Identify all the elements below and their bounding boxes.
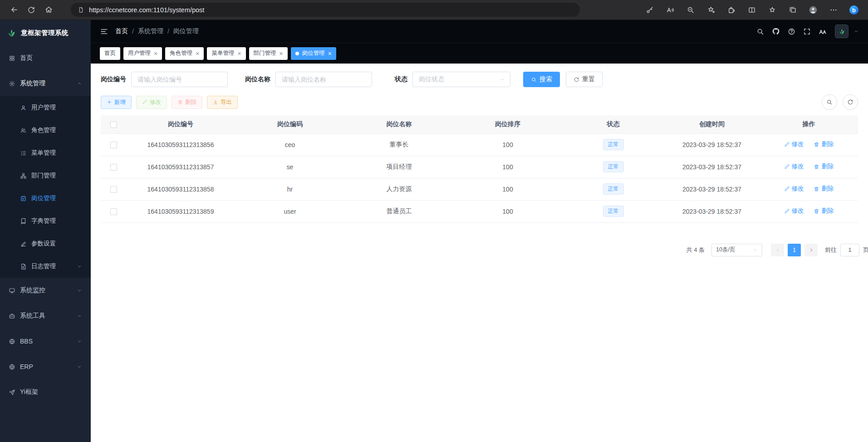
search-button[interactable]: 搜索: [523, 72, 560, 87]
filter-label: 状态: [395, 75, 407, 83]
breadcrumb-system[interactable]: 系统管理: [138, 27, 163, 35]
tab-role-management[interactable]: 角色管理 ×: [165, 47, 204, 60]
row-edit-button[interactable]: 修改: [784, 185, 804, 193]
refresh-table-button[interactable]: [843, 94, 858, 110]
address-bar[interactable]: https://ccnetcore.com:1101/system/post: [71, 3, 580, 17]
caret-down-icon[interactable]: [853, 29, 859, 34]
search-icon[interactable]: [756, 28, 764, 35]
read-aloud-icon[interactable]: [662, 3, 679, 17]
sidebar-item-param-settings[interactable]: 参数设置: [0, 232, 91, 255]
tab-home[interactable]: 首页: [100, 47, 120, 60]
row-delete-button[interactable]: 删除: [814, 140, 834, 148]
close-icon[interactable]: ×: [280, 50, 283, 57]
text-size-icon[interactable]: [819, 27, 827, 36]
row-checkbox[interactable]: [110, 142, 117, 148]
extensions-icon[interactable]: [723, 3, 740, 17]
row-delete-button[interactable]: 删除: [814, 162, 834, 171]
fullscreen-icon[interactable]: [803, 28, 811, 35]
reset-button[interactable]: 重置: [566, 72, 603, 87]
select-all-checkbox[interactable]: [110, 121, 117, 128]
edit-icon: [784, 208, 790, 214]
sidebar-item-yi-framework[interactable]: Yi框架: [0, 379, 91, 405]
sidebar-item-label: ERP: [20, 363, 33, 370]
favorites-add-icon[interactable]: [702, 3, 720, 17]
export-button[interactable]: 导出: [207, 96, 238, 109]
profile-avatar[interactable]: [804, 3, 822, 17]
row-checkbox[interactable]: [110, 164, 117, 171]
tab-dept-management[interactable]: 部门管理 ×: [249, 47, 288, 60]
favorites-bar-icon[interactable]: [764, 3, 781, 17]
close-icon[interactable]: ×: [154, 50, 157, 57]
edit-button[interactable]: 修改: [136, 96, 167, 109]
sidebar-item-home[interactable]: 首页: [0, 45, 91, 71]
tab-user-management[interactable]: 用户管理 ×: [123, 47, 162, 60]
sidebar-item-role-management[interactable]: 角色管理: [0, 119, 91, 142]
goto-page-input[interactable]: [840, 244, 859, 256]
bing-icon[interactable]: b: [845, 3, 863, 17]
status-select[interactable]: 岗位状态: [412, 72, 510, 87]
more-options-icon[interactable]: [825, 3, 842, 17]
pagination: 共 4 条 10条/页 1 前往 页: [101, 244, 868, 256]
cell-post-sort: 100: [453, 200, 562, 222]
sidebar-item-erp[interactable]: ERP: [0, 354, 91, 379]
post-name-input[interactable]: [275, 72, 372, 87]
dict-icon: [20, 218, 27, 225]
close-icon[interactable]: ×: [196, 50, 199, 57]
show-search-button[interactable]: [822, 94, 837, 110]
url-text: https://ccnetcore.com:1101/system/post: [89, 6, 204, 14]
row-edit-button[interactable]: 修改: [784, 162, 804, 171]
home-icon[interactable]: [40, 3, 57, 17]
row-delete-button[interactable]: 删除: [814, 207, 834, 215]
sidebar-item-label: 首页: [20, 54, 33, 62]
edit-icon: [784, 186, 790, 192]
globe-icon: [9, 338, 15, 345]
post-code-input[interactable]: [131, 72, 228, 87]
site-info-icon[interactable]: [78, 6, 84, 13]
close-icon[interactable]: ×: [237, 50, 241, 57]
back-icon[interactable]: [5, 3, 23, 17]
sidebar-item-dept-management[interactable]: 部门管理: [0, 164, 91, 187]
collections-icon[interactable]: [784, 3, 801, 17]
row-edit-button[interactable]: 修改: [784, 207, 804, 215]
zoom-icon[interactable]: [682, 3, 699, 17]
tree-icon: [20, 172, 27, 179]
row-checkbox[interactable]: [110, 186, 117, 193]
prev-page-button[interactable]: [771, 244, 784, 256]
tab-post-management[interactable]: 岗位管理 ×: [291, 47, 336, 60]
sidebar-item-user-management[interactable]: 用户管理: [0, 96, 91, 119]
user-avatar[interactable]: [835, 25, 848, 38]
sidebar-item-post-management[interactable]: 岗位管理: [0, 187, 91, 210]
page-number-button[interactable]: 1: [788, 244, 801, 256]
delete-button-label: 删除: [185, 98, 196, 106]
sidebar-item-system-management[interactable]: 系统管理: [0, 71, 91, 96]
delete-button[interactable]: 删除: [172, 96, 202, 109]
filter-label: 岗位名称: [245, 75, 270, 83]
sidebar-item-label: 部门管理: [31, 172, 56, 180]
sidebar-item-system-tools[interactable]: 系统工具: [0, 303, 91, 329]
split-screen-icon[interactable]: [743, 3, 760, 17]
add-button[interactable]: 新增: [101, 96, 132, 109]
sidebar-item-log-management[interactable]: 日志管理: [0, 255, 91, 278]
sidebar-item-bbs[interactable]: BBS: [0, 329, 91, 354]
row-delete-button[interactable]: 删除: [814, 185, 834, 193]
close-icon[interactable]: ×: [328, 50, 332, 57]
sidebar-toggle-icon[interactable]: [100, 27, 108, 36]
sidebar-item-system-monitor[interactable]: 系统监控: [0, 278, 91, 303]
sidebar-item-label: 参数设置: [31, 240, 56, 248]
sidebar-item-label: 用户管理: [31, 103, 56, 112]
github-icon[interactable]: [772, 27, 780, 35]
help-icon[interactable]: [788, 28, 795, 35]
sidebar-item-menu-management[interactable]: 菜单管理: [0, 142, 91, 164]
page-size-select[interactable]: 10条/页: [711, 244, 762, 256]
breadcrumb-current: 岗位管理: [173, 27, 199, 35]
trash-icon: [814, 208, 819, 214]
refresh-icon[interactable]: [23, 3, 40, 17]
next-page-button[interactable]: [804, 244, 818, 256]
row-checkbox[interactable]: [110, 208, 117, 215]
key-icon[interactable]: [641, 3, 658, 17]
navbar-actions: [756, 25, 859, 38]
tab-menu-management[interactable]: 菜单管理 ×: [207, 47, 245, 60]
breadcrumb-home[interactable]: 首页: [115, 27, 128, 35]
row-edit-button[interactable]: 修改: [784, 140, 804, 148]
sidebar-item-dict-management[interactable]: 字典管理: [0, 210, 91, 232]
